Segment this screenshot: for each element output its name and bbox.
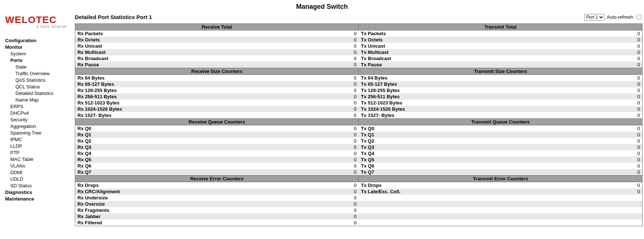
page-title: Detailed Port Statistics Port 1	[75, 14, 152, 20]
nav-ports[interactable]: Ports	[5, 57, 71, 64]
tx-label	[359, 201, 484, 207]
tx-value: 0	[484, 87, 643, 93]
rx-label: Rx 1527- Bytes	[75, 112, 200, 119]
tx-label: Tx Drops	[359, 182, 484, 189]
nav-udld[interactable]: UDLD	[5, 176, 71, 183]
table-row: Rx CRC/Alignment0Tx Late/Exc. Coll.0	[75, 188, 643, 195]
table-row: Rx Pause0Tx Pause0	[75, 62, 643, 68]
nav-name-map[interactable]: Name Map	[5, 97, 71, 103]
table-row: Rx Q40Tx Q40	[75, 150, 643, 157]
rx-value: 0	[200, 30, 359, 37]
rx-value: 0	[200, 138, 359, 144]
tx-value: 0	[484, 163, 643, 169]
nav-spanning-tree[interactable]: Spanning Tree	[5, 130, 71, 136]
tx-label: Tx Q3	[359, 144, 484, 150]
tx-value: 0	[484, 37, 643, 43]
tx-label: Tx Q5	[359, 157, 484, 163]
nav-dhcpv4[interactable]: DHCPv4	[5, 110, 71, 117]
tx-value: 0	[484, 55, 643, 62]
rx-label: Rx Unicast	[75, 43, 200, 49]
tx-label	[359, 213, 484, 220]
rx-value: 0	[200, 169, 359, 176]
table-row: Rx 1024-1526 Bytes0Tx 1024-1526 Bytes0	[75, 106, 643, 112]
tx-label: Tx 256-511 Bytes	[359, 93, 484, 100]
nav-mac-table[interactable]: MAC Table	[5, 156, 71, 163]
table-row: Rx Q50Tx Q50	[75, 157, 643, 163]
tx-value: 0	[484, 100, 643, 106]
tx-label: Tx 1024-1526 Bytes	[359, 106, 484, 112]
rx-value: 0	[200, 220, 359, 226]
section-header-tx: Transmit Total	[359, 24, 643, 30]
nav-monitor[interactable]: Monitor	[5, 44, 71, 51]
rx-value: 0	[200, 75, 359, 81]
tx-value: 0	[484, 144, 643, 150]
rx-value: 0	[200, 93, 359, 100]
table-row: Rx Packets0Tx Packets0	[75, 30, 643, 37]
table-row: Rx 65-127 Bytes0Tx 65-127 Bytes0	[75, 81, 643, 87]
nav-tree: Configuration Monitor System Ports State…	[5, 37, 71, 202]
rx-value: 0	[200, 144, 359, 150]
nav-qos-statistics[interactable]: QoS Statistics	[5, 77, 71, 84]
port-select[interactable]: Port 1	[584, 14, 604, 21]
nav-diagnostics[interactable]: Diagnostics	[5, 189, 71, 196]
rx-label: Rx CRC/Alignment	[75, 188, 200, 195]
rx-value: 0	[200, 112, 359, 119]
nav-configuration[interactable]: Configuration	[5, 37, 71, 44]
table-row: Rx Multicast0Tx Multicast0	[75, 49, 643, 55]
nav-lldp[interactable]: LLDP	[5, 143, 71, 150]
nav-sd-status[interactable]: SD Status	[5, 183, 71, 189]
nav-maintenance[interactable]: Maintenance	[5, 196, 71, 202]
tx-label: Tx Unicast	[359, 43, 484, 49]
section-header-rx: Receive Error Counters	[75, 176, 359, 182]
nav-ptp[interactable]: PTP	[5, 150, 71, 156]
tx-value	[484, 220, 643, 226]
nav-vlans[interactable]: VLANs	[5, 163, 71, 169]
rx-label: Rx Q5	[75, 157, 200, 163]
table-row: Rx Q30Tx Q30	[75, 144, 643, 150]
auto-refresh-label: Auto-refresh	[607, 14, 633, 20]
tx-label	[359, 207, 484, 213]
table-row: Rx Octets0Tx Octets0	[75, 37, 643, 43]
nav-state[interactable]: State	[5, 64, 71, 70]
rx-label: Rx Q1	[75, 132, 200, 138]
nav-qcl-status[interactable]: QCL Status	[5, 84, 71, 90]
rx-label: Rx Q0	[75, 125, 200, 132]
section-header-rx: Receive Size Counters	[75, 68, 359, 75]
tx-value: 0	[484, 182, 643, 189]
table-row: Rx Undersize0	[75, 195, 643, 201]
nav-ipmc[interactable]: IPMC	[5, 136, 71, 143]
rx-value: 0	[200, 188, 359, 195]
tx-value: 0	[484, 150, 643, 157]
section-header-rx: Receive Total	[75, 24, 359, 30]
content-area: Detailed Port Statistics Port 1 Port 1 A…	[71, 12, 644, 226]
nav-system[interactable]: System	[5, 51, 71, 57]
rx-label: Rx Q2	[75, 138, 200, 144]
rx-value: 0	[200, 55, 359, 62]
nav-traffic-overview[interactable]: Traffic Overview	[5, 70, 71, 77]
tx-value	[484, 195, 643, 201]
auto-refresh-checkbox[interactable]	[637, 15, 641, 19]
tx-label: Tx Q2	[359, 138, 484, 144]
rx-label: Rx 65-127 Bytes	[75, 81, 200, 87]
rx-label: Rx Drops	[75, 182, 200, 189]
nav-ddmi[interactable]: DDMI	[5, 169, 71, 176]
rx-value: 0	[200, 125, 359, 132]
rx-value: 0	[200, 87, 359, 93]
nav-detailed-statistics[interactable]: Detailed Statistics	[5, 90, 71, 97]
rx-value: 0	[200, 195, 359, 201]
rx-label: Rx 256-511 Bytes	[75, 93, 200, 100]
rx-value: 0	[200, 62, 359, 68]
rx-label: Rx Filtered	[75, 220, 200, 226]
tx-value: 0	[484, 157, 643, 163]
table-row: Rx Jabber0	[75, 213, 643, 220]
tx-value	[484, 207, 643, 213]
nav-security[interactable]: Security	[5, 117, 71, 123]
table-row: Rx Unicast0Tx Unicast0	[75, 43, 643, 49]
tx-label: Tx Q4	[359, 150, 484, 157]
tx-value: 0	[484, 169, 643, 176]
tx-label: Tx 512-1023 Bytes	[359, 100, 484, 106]
nav-erps[interactable]: ERPS	[5, 103, 71, 110]
section-header-rx: Receive Queue Counters	[75, 119, 359, 125]
nav-aggregation[interactable]: Aggregation	[5, 123, 71, 130]
rx-value: 0	[200, 182, 359, 189]
